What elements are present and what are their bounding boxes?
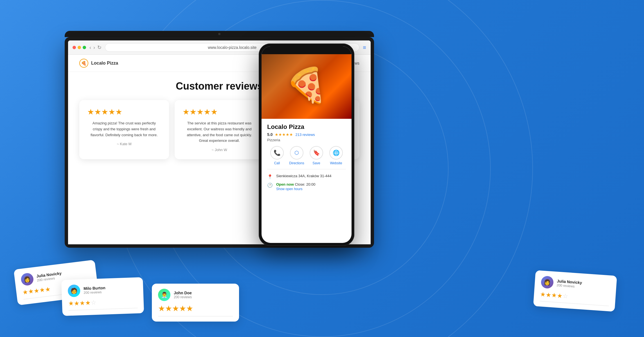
show-hours-link[interactable]: Show open hours	[276, 187, 315, 191]
milo-name: Milo Burton	[84, 286, 105, 291]
review-card-1: ★★★★★ Amazing pizza! The crust was perfe…	[79, 100, 169, 159]
save-icon: 🔖	[310, 146, 323, 160]
avatar-milo: 🧑	[67, 284, 80, 297]
dot-red[interactable]	[73, 46, 76, 49]
phone-notch-bar	[262, 46, 352, 54]
directions-icon: ⬡	[290, 146, 303, 160]
john-stars: ★★★★★	[158, 304, 233, 313]
float-card-milo: 🧑 Milo Burton 200 reviews ★★★★☆	[61, 277, 144, 316]
float-card-julia-2: 👩 Julia Novicky 200 reviews ★★★★☆	[533, 270, 617, 312]
review-1-stars: ★★★★★	[87, 107, 161, 117]
browser-dots	[73, 46, 86, 49]
call-icon: 📞	[270, 146, 284, 160]
call-label: Call	[274, 161, 280, 165]
avatar-julia-2: 👩	[541, 276, 554, 289]
review-2-text: The service at this pizza restaurant was…	[183, 120, 256, 144]
phone-action-website[interactable]: 🌐 Website	[326, 146, 346, 165]
phone-stars: ★★★★★	[275, 132, 293, 137]
phone-action-call[interactable]: 📞 Call	[267, 146, 287, 165]
logo-icon: 🍕	[79, 59, 88, 68]
float-card-header-milo: 🧑 Milo Burton 200 reviews	[67, 283, 137, 297]
julia-2-stars: ★★★★☆	[540, 291, 609, 303]
website-label: Website	[330, 161, 342, 165]
nav-refresh[interactable]: ↻	[97, 44, 102, 51]
review-1-text: Amazing pizza! The crust was perfectly c…	[87, 120, 161, 138]
float-card-info-milo: Milo Burton 200 reviews	[84, 286, 106, 295]
float-card-header-john: 👨‍💼 John Doe 200 reviews	[158, 289, 233, 301]
phone-business-name: Localo Pizza	[267, 123, 346, 131]
phone-hours-info: Open now Close: 20:00 Show open hours	[276, 182, 315, 191]
browser-nav: ‹ › ↻	[89, 44, 102, 51]
browser-menu-icon[interactable]: ≡	[363, 44, 366, 51]
phone-actions: 📞 Call ⬡ Directions 🔖 Save 🌐	[267, 146, 346, 169]
phone-address-row: 📍 Sienkiewicza 34A, Kraków 31-444	[267, 174, 346, 179]
card-divider-3	[158, 316, 233, 316]
clock-icon: 🕐	[267, 183, 273, 188]
phone-rating-row: 5.0 ★★★★★ 213 reviews	[267, 132, 346, 137]
phone-body: Localo Pizza 5.0 ★★★★★ 213 reviews Pizze…	[259, 44, 354, 246]
phone-category: Pizzeria	[267, 138, 346, 142]
phone-reviews-link[interactable]: 213 reviews	[295, 133, 315, 137]
phone-screen: Localo Pizza 5.0 ★★★★★ 213 reviews Pizze…	[262, 46, 352, 243]
laptop-camera-bar	[65, 31, 374, 37]
review-2-author: ~ John W	[183, 148, 256, 152]
close-time: Close: 20:00	[295, 182, 315, 186]
review-2-stars: ★★★★★	[183, 107, 256, 117]
website-logo: 🍕 Localo Pizza	[79, 59, 118, 68]
scene: ‹ › ↻ www.localo-pizza.localo.site ≡ 🍕 L	[0, 0, 644, 337]
directions-label: Directions	[289, 161, 304, 165]
phone-hours-row: 🕐 Open now Close: 20:00 Show open hours	[267, 182, 346, 191]
phone-notch	[290, 47, 323, 53]
save-label: Save	[312, 161, 320, 165]
john-reviews: 200 reviews	[174, 295, 192, 299]
laptop-camera	[218, 33, 220, 35]
phone-action-save[interactable]: 🔖 Save	[307, 146, 326, 165]
review-1-author: ~ Kate M	[87, 142, 161, 146]
float-card-header-julia-2: 👩 Julia Novicky 200 reviews	[541, 276, 610, 293]
float-card-info-julia-2: Julia Novicky 200 reviews	[557, 279, 582, 289]
nav-forward[interactable]: ›	[93, 45, 95, 51]
phone-action-directions[interactable]: ⬡ Directions	[287, 146, 307, 165]
float-card-info-julia-1: Julia Novicky 200 reviews	[36, 271, 62, 283]
nav-back[interactable]: ‹	[89, 45, 91, 51]
open-status: Open now	[276, 182, 294, 186]
card-divider-2	[69, 308, 138, 311]
url-text: www.localo-pizza.localo.site	[208, 45, 257, 50]
john-name: John Doe	[174, 291, 192, 295]
avatar-john: 👨‍💼	[158, 289, 170, 301]
phone-pizza-image	[262, 54, 352, 119]
milo-stars: ★★★★☆	[68, 298, 138, 308]
phone-info: Localo Pizza 5.0 ★★★★★ 213 reviews Pizze…	[262, 119, 352, 243]
float-card-info-john: John Doe 200 reviews	[174, 291, 192, 299]
review-card-2: ★★★★★ The service at this pizza restaura…	[175, 100, 264, 159]
phone-address: Sienkiewicza 34A, Kraków 31-444	[276, 174, 332, 178]
dot-green[interactable]	[83, 46, 86, 49]
avatar-julia-1: 👩	[20, 272, 34, 286]
logo-text: Localo Pizza	[91, 61, 118, 66]
phone: Localo Pizza 5.0 ★★★★★ 213 reviews Pizze…	[259, 44, 354, 246]
float-card-john: 👨‍💼 John Doe 200 reviews ★★★★★	[152, 284, 239, 322]
phone-rating-num: 5.0	[267, 132, 273, 137]
website-icon: 🌐	[329, 146, 343, 160]
address-icon: 📍	[267, 174, 273, 179]
dot-yellow[interactable]	[78, 46, 81, 49]
milo-reviews: 200 reviews	[84, 290, 105, 295]
